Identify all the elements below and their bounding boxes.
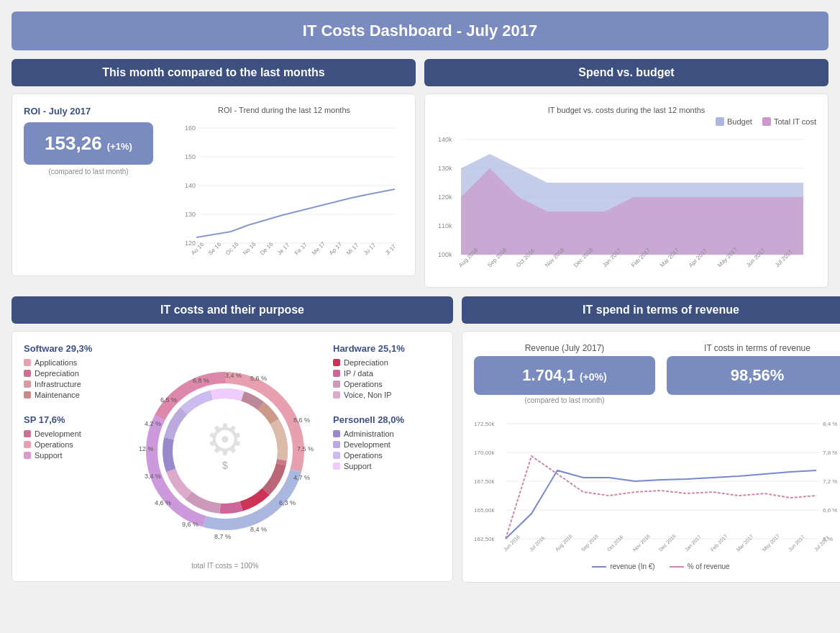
svg-text:Aug 2016: Aug 2016 xyxy=(554,533,574,552)
bottom-right-header: IT spend in terms of revenue xyxy=(462,296,840,324)
revenue-value: 1.704,1 xyxy=(522,366,575,384)
svg-text:150: 150 xyxy=(185,153,196,160)
svg-text:Oct 2016: Oct 2016 xyxy=(606,534,624,552)
legend-budget: Budget xyxy=(727,117,752,126)
svg-text:Jul 2016: Jul 2016 xyxy=(529,535,546,552)
svg-text:8,6 %: 8,6 % xyxy=(293,416,310,424)
roi-chart-title: ROI - Trend during the last 12 months xyxy=(165,106,403,114)
svg-text:Sep 2016: Sep 2016 xyxy=(580,533,600,552)
legend-revenue-line: revenue (In €) xyxy=(592,563,654,570)
legend-pct-line: % of revenue xyxy=(670,563,730,570)
svg-text:7,8 %: 7,8 % xyxy=(823,450,837,456)
svg-text:6,6 %: 6,6 % xyxy=(823,507,837,514)
svg-text:Dec 2016: Dec 2016 xyxy=(658,533,677,552)
roi-value: 153,26 xyxy=(45,132,102,154)
svg-text:Ju 17: Ju 17 xyxy=(362,242,378,257)
svg-text:165,00k: 165,00k xyxy=(474,507,495,514)
svg-text:3,4 %: 3,4 % xyxy=(225,372,242,379)
roi-compared: (compared to last month) xyxy=(24,168,153,176)
revenue-change: (+0%) xyxy=(580,371,607,383)
svg-text:8,4 %: 8,4 % xyxy=(823,421,837,427)
svg-text:Jan 2017: Jan 2017 xyxy=(684,534,702,552)
svg-text:130: 130 xyxy=(185,211,196,218)
hardware-label: Hardware 25,1% xyxy=(333,343,441,354)
top-left-header: This month compared to the last months xyxy=(12,59,416,86)
roi-value-box: 153,26 (+1%) xyxy=(24,122,153,165)
svg-text:Je 17: Je 17 xyxy=(276,242,291,257)
spend-area-chart: 140k 130k 120k 110k 100k Aug 2016 Sep 20… xyxy=(437,129,811,273)
svg-text:7,5 %: 7,5 % xyxy=(297,445,314,452)
revenue-label: Revenue (July 2017) xyxy=(474,343,655,353)
roi-change: (+1%) xyxy=(107,141,132,152)
svg-text:140: 140 xyxy=(185,182,196,189)
svg-text:Jun 2017: Jun 2017 xyxy=(788,534,805,552)
legend-total-it: Total IT cost xyxy=(774,117,816,126)
page-title: IT Costs Dashboard - July 2017 xyxy=(12,12,828,50)
svg-text:12 %: 12 % xyxy=(139,445,154,452)
svg-text:172,50k: 172,50k xyxy=(474,421,495,427)
svg-text:4,7 %: 4,7 % xyxy=(293,474,310,481)
svg-text:100k: 100k xyxy=(438,251,452,258)
svg-text:Me 17: Me 17 xyxy=(311,240,327,256)
sp-label: SP 17,6% xyxy=(24,414,117,425)
roi-line-chart: 160 150 140 130 120 xyxy=(165,117,402,261)
svg-text:6,8 %: 6,8 % xyxy=(193,377,209,384)
svg-text:160: 160 xyxy=(185,124,196,132)
software-label: Software 29,3% xyxy=(24,343,117,354)
svg-text:110k: 110k xyxy=(438,222,452,229)
svg-text:9,6 %: 9,6 % xyxy=(182,521,198,528)
revenue-compared: (compared to last month) xyxy=(474,396,655,404)
svg-text:130k: 130k xyxy=(438,165,452,172)
svg-text:4,2 %: 4,2 % xyxy=(145,420,161,427)
svg-text:120k: 120k xyxy=(438,193,452,201)
svg-text:Mar 2017: Mar 2017 xyxy=(736,534,754,552)
svg-text:Msy 2017: Msy 2017 xyxy=(762,533,781,552)
svg-text:Jl 17: Jl 17 xyxy=(384,243,398,257)
bottom-left-header: IT costs and their purpose xyxy=(12,296,453,324)
svg-text:8,7 %: 8,7 % xyxy=(214,533,231,540)
svg-text:170,00k: 170,00k xyxy=(474,450,495,456)
personell-label: Personell 28,0% xyxy=(333,414,441,425)
svg-text:Jul 2017: Jul 2017 xyxy=(813,535,831,552)
roi-label: ROI - July 2017 xyxy=(24,106,153,117)
spend-chart-title: IT budget vs. costs during the last 12 m… xyxy=(437,106,816,114)
svg-text:Mi 17: Mi 17 xyxy=(345,242,360,257)
costs-revenue-label: IT costs in terms of revenue xyxy=(667,343,840,353)
costs-value-box: 98,56% xyxy=(667,356,840,395)
revenue-chart: 172,50k 170,00k 167,50k 165,00k 162,50k … xyxy=(474,413,840,557)
svg-text:Jun 2016: Jun 2016 xyxy=(503,534,521,552)
svg-text:5,6 %: 5,6 % xyxy=(250,375,267,382)
svg-text:7,2 %: 7,2 % xyxy=(823,478,837,485)
svg-text:140k: 140k xyxy=(438,136,452,143)
donut-chart: ⚙ $ xyxy=(124,343,326,559)
svg-text:⚙: ⚙ xyxy=(206,416,245,464)
donut-note: total IT costs = 100% xyxy=(191,562,258,570)
svg-text:167,50k: 167,50k xyxy=(474,478,495,485)
svg-text:162,50k: 162,50k xyxy=(474,536,495,542)
svg-text:4,6 %: 4,6 % xyxy=(155,499,171,506)
svg-text:3,4 %: 3,4 % xyxy=(145,473,161,480)
svg-text:Feb 2017: Feb 2017 xyxy=(710,534,729,552)
svg-text:$: $ xyxy=(222,460,228,471)
top-right-header: Spend vs. budget xyxy=(424,59,828,86)
svg-text:Nov 2016: Nov 2016 xyxy=(632,533,651,552)
svg-text:120: 120 xyxy=(185,240,196,247)
costs-value: 98,56% xyxy=(731,366,785,384)
svg-text:6,3 %: 6,3 % xyxy=(279,499,296,506)
svg-text:8,4 %: 8,4 % xyxy=(250,526,267,533)
svg-text:6,5 %: 6,5 % xyxy=(160,396,177,404)
revenue-value-box: 1.704,1 (+0%) xyxy=(474,356,655,395)
